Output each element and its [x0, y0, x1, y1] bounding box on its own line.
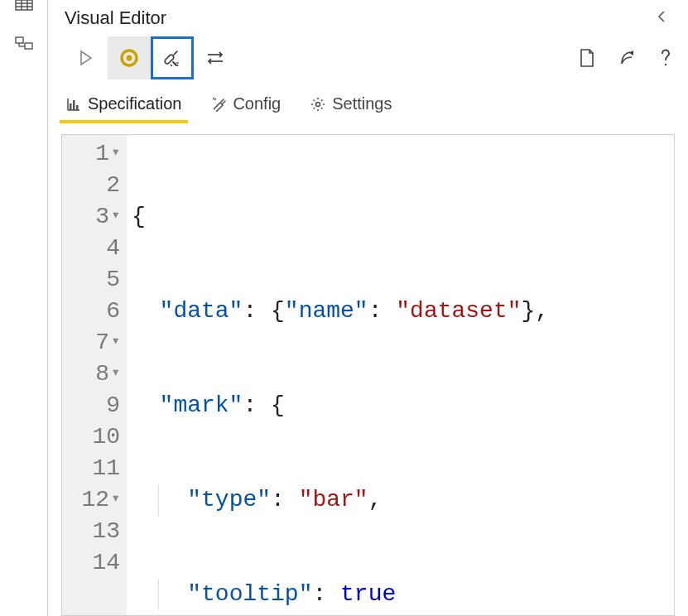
- collapse-chevron-icon[interactable]: [652, 7, 671, 30]
- svg-rect-6: [25, 43, 32, 49]
- header: Visual Editor: [48, 0, 688, 35]
- tabs: Specification Config Settings: [48, 88, 688, 123]
- gutter-line: 2: [70, 170, 120, 201]
- code-token: :: [312, 581, 340, 607]
- tab-label: Config: [233, 94, 281, 113]
- tab-settings[interactable]: Settings: [309, 88, 393, 122]
- tab-config[interactable]: Config: [209, 88, 282, 122]
- toolbar: [48, 35, 688, 88]
- code-token: ,: [368, 487, 382, 513]
- settings-icon: [310, 97, 325, 112]
- gutter-line: 14: [70, 547, 120, 579]
- gutter-line: 1▾: [70, 138, 120, 170]
- gutter-line: 8▾: [70, 359, 120, 390]
- code-token: "name": [285, 298, 368, 324]
- gutter: 1▾23▾4567▾8▾9101112▾1314: [62, 135, 127, 615]
- code-token: "mark": [160, 392, 243, 418]
- code-token: "bar": [299, 487, 368, 513]
- fold-icon[interactable]: ▾: [111, 325, 120, 357]
- gutter-line: 3▾: [70, 201, 120, 233]
- svg-rect-5: [16, 37, 23, 43]
- tab-label: Settings: [332, 94, 392, 113]
- svg-rect-18: [73, 100, 75, 110]
- code-token: true: [340, 581, 396, 607]
- svg-marker-9: [81, 51, 91, 65]
- code-token: "data": [160, 298, 243, 324]
- tab-label: Specification: [88, 94, 181, 113]
- stop-button[interactable]: [108, 36, 151, 79]
- code-token: "type": [187, 487, 271, 513]
- table-view-icon[interactable]: [14, 0, 34, 15]
- code-token: :: [271, 487, 299, 513]
- svg-point-14: [665, 64, 666, 65]
- gutter-line: 10: [70, 421, 120, 453]
- code-token: : {: [243, 298, 284, 324]
- toolbar-right: [579, 48, 671, 68]
- left-rail: [0, 0, 48, 616]
- code-token: "tooltip": [187, 581, 312, 607]
- config-icon: [211, 97, 226, 112]
- main-panel: Visual Editor: [48, 0, 688, 616]
- code-token: },: [522, 298, 550, 324]
- play-button[interactable]: [65, 36, 108, 79]
- code-token: "dataset": [396, 298, 521, 324]
- gutter-line: 7▾: [70, 327, 120, 359]
- svg-point-11: [127, 55, 132, 61]
- gutter-line: 12▾: [70, 484, 120, 516]
- tab-specification[interactable]: Specification: [65, 88, 183, 122]
- fold-icon[interactable]: ▾: [111, 200, 120, 231]
- fold-icon[interactable]: ▾: [111, 357, 120, 388]
- gutter-line: 5: [70, 264, 120, 296]
- fold-icon[interactable]: ▾: [111, 137, 120, 168]
- gutter-line: 13: [70, 516, 120, 547]
- new-document-button[interactable]: [579, 48, 595, 68]
- svg-rect-17: [70, 103, 72, 110]
- code-token: :: [368, 298, 397, 324]
- code-editor[interactable]: 1▾23▾4567▾8▾9101112▾1314 { "data": {"nam…: [61, 134, 675, 616]
- svg-point-20: [316, 102, 320, 106]
- gutter-line: 11: [70, 453, 120, 484]
- gutter-line: 6: [70, 296, 120, 327]
- svg-rect-19: [76, 105, 79, 110]
- help-button[interactable]: [660, 49, 671, 67]
- specification-icon: [66, 97, 81, 112]
- fold-icon[interactable]: ▾: [111, 483, 120, 514]
- panel-title: Visual Editor: [65, 7, 166, 29]
- code-area[interactable]: { "data": {"name": "dataset"}, "mark": {…: [127, 135, 554, 615]
- toolbar-left: [65, 36, 237, 79]
- gutter-line: 4: [70, 233, 120, 264]
- svg-rect-0: [16, 0, 32, 10]
- share-button[interactable]: [618, 49, 637, 67]
- code-token: {: [132, 204, 146, 229]
- code-token: : {: [243, 392, 284, 418]
- format-button[interactable]: [151, 36, 194, 79]
- swap-button[interactable]: [194, 36, 237, 79]
- gutter-line: 9: [70, 390, 120, 421]
- model-view-icon[interactable]: [14, 35, 34, 55]
